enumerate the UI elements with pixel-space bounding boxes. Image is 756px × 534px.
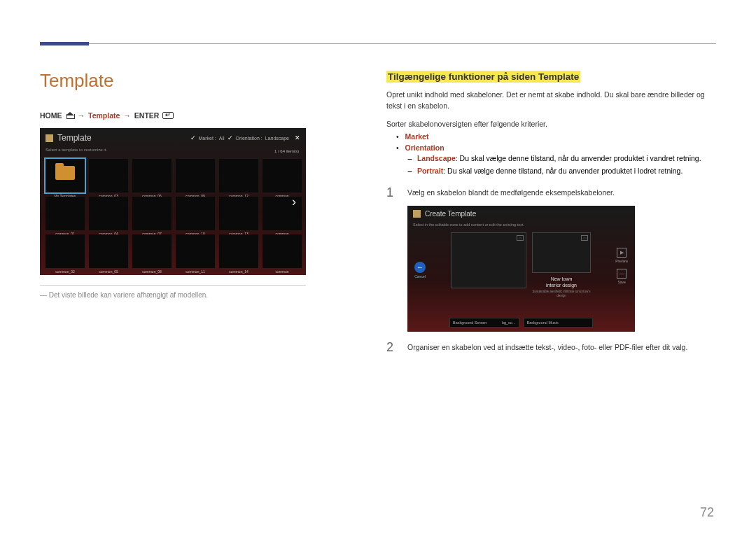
step-number: 1 <box>386 185 398 200</box>
bottom-bar: Background Screen bg_co... Background Mu… <box>449 318 593 328</box>
landscape-text: : Du skal vælge denne tilstand, når du a… <box>456 154 701 162</box>
step-text: Vælg en skabelon blandt de medfølgende e… <box>407 185 615 199</box>
back-arrow-icon: ← <box>414 262 426 273</box>
text-line2: interior design <box>532 282 591 288</box>
step-2: 2 Organiser en skabelon ved at indsætte … <box>386 340 719 355</box>
create-template-screenshot: Create Template Select in the editable z… <box>407 206 635 332</box>
template-cell: common_12 <box>219 159 258 192</box>
close-icon: ✕ <box>295 134 300 141</box>
template-cell: common <box>262 159 302 192</box>
bullet-dot: • <box>396 143 399 152</box>
enter-icon <box>162 112 174 119</box>
market-label: Market <box>405 132 429 141</box>
template-screenshot: Template ✓ Market : All ✓ Orientation : … <box>40 128 306 275</box>
ui-subtitle: Select a template to customize it. <box>40 148 306 152</box>
bullet-orientation: • Orientation <box>386 143 719 152</box>
sub-portrait: ‒ Portrait: Du skal vælge denne tilstand… <box>386 166 719 177</box>
image-caption: ― Det viste billede kan variere afhængig… <box>40 291 306 299</box>
ui-header-controls: ✓ Market : All ✓ Orientation : Landscape… <box>190 134 300 141</box>
step-number: 2 <box>386 340 398 355</box>
bg-screen-button: Background Screen bg_co... <box>449 318 519 328</box>
text-zone: New town interior design Sustainable aes… <box>532 276 591 298</box>
intro-text: Opret unikt indhold med skabeloner. Det … <box>386 90 719 112</box>
caption-text: Det viste billede kan variere afhængigt … <box>49 291 208 299</box>
bullet-dot: • <box>396 132 399 141</box>
bg-screen-value: bg_co... <box>502 321 516 325</box>
uc-header: Create Template <box>407 206 635 223</box>
content-slot-1: ▭ <box>451 232 526 288</box>
orientation-label: Orientation <box>405 143 444 152</box>
template-cell: common_11 <box>176 234 215 268</box>
portrait-label: Portrait <box>417 167 443 175</box>
page-heading: Template <box>40 70 306 92</box>
orientation-value: Landscape <box>265 136 289 141</box>
template-cell: common_04 <box>89 197 128 230</box>
market-label: Market : <box>199 136 216 141</box>
folder-icon <box>55 166 75 180</box>
left-column: Template HOME → Template → ENTER Templat… <box>40 70 306 299</box>
side-buttons: ▶ Preview — Save <box>615 248 628 290</box>
breadcrumb: HOME → Template → ENTER <box>40 111 306 120</box>
my-templates-cell: My Templates <box>46 159 85 192</box>
ui-title: Template <box>57 133 92 143</box>
template-cell: common_01 <box>46 197 85 230</box>
cancel-button: ← Cancel <box>414 262 426 279</box>
landscape-label: Landscape <box>417 154 456 162</box>
preview-label: Preview <box>615 259 628 263</box>
bullet-market: • Market <box>386 132 719 141</box>
image-icon: ▭ <box>581 235 588 241</box>
uc-subtitle: Select in the editable zone to add conte… <box>407 223 635 227</box>
dash: ‒ <box>407 167 412 175</box>
step-1: 1 Vælg en skabelon blandt de medfølgende… <box>386 185 719 200</box>
divider <box>40 285 306 286</box>
template-cell: common_13 <box>219 197 258 230</box>
header-rule <box>40 43 716 44</box>
breadcrumb-home: HOME <box>40 111 62 120</box>
breadcrumb-enter: ENTER <box>134 111 160 120</box>
template-grid: My Templates common_03 common_06 common_… <box>46 159 302 268</box>
template-cell: common_05 <box>89 234 128 268</box>
cell-label: common_14 <box>219 269 258 274</box>
home-icon <box>66 112 74 119</box>
orientation-label: Orientation : <box>236 136 262 141</box>
bg-music-button: Background Music <box>524 318 594 328</box>
cell-label: common_08 <box>132 269 172 274</box>
page-number: 72 <box>700 505 714 520</box>
breadcrumb-sep1: → <box>78 111 85 120</box>
header-accent <box>40 42 89 45</box>
cell-label: common_11 <box>176 269 215 274</box>
preview-icon: ▶ <box>617 248 626 258</box>
cancel-label: Cancel <box>414 274 426 279</box>
portrait-text: : Du skal vælge denne tilstand, når du a… <box>443 167 682 175</box>
cell-label: common <box>262 269 302 274</box>
template-cell: common <box>262 234 302 268</box>
template-cell: common_14 <box>219 234 258 268</box>
image-icon: ▭ <box>517 235 524 241</box>
text-line3: Sustainable aesthetic infiltrate tomorro… <box>532 290 591 298</box>
check-icon: ✓ <box>190 134 196 141</box>
bg-screen-label: Background Screen <box>453 321 486 325</box>
chevron-right-icon: › <box>292 195 296 209</box>
app-icon <box>413 210 421 218</box>
save-icon: — <box>617 269 626 279</box>
right-column: Tilgængelige funktioner på siden Templat… <box>386 70 719 355</box>
save-label: Save <box>615 280 628 284</box>
check-icon-2: ✓ <box>227 134 233 141</box>
uc-title: Create Template <box>425 210 476 218</box>
breadcrumb-template: Template <box>88 111 120 120</box>
template-cell: common_07 <box>132 197 172 230</box>
cell-label: common_02 <box>46 269 85 274</box>
step-text: Organiser en skabelon ved at indsætte te… <box>407 340 687 353</box>
ui-header: Template ✓ Market : All ✓ Orientation : … <box>40 128 306 148</box>
app-icon <box>46 134 53 142</box>
template-cell: common_10 <box>176 197 215 230</box>
caption-dash: ― <box>40 291 47 299</box>
template-cell: common_09 <box>176 159 215 192</box>
text-line1: New town <box>532 276 591 282</box>
ui-count: 1 / 64 item(s) <box>274 149 299 153</box>
cell-label: common_05 <box>89 269 128 274</box>
sort-intro: Sorter skabelonoversigten efter følgende… <box>386 119 719 130</box>
sub-landscape: ‒ Landscape: Du skal vælge denne tilstan… <box>386 153 719 164</box>
dash: ‒ <box>407 154 412 162</box>
template-cell: common_06 <box>132 159 172 192</box>
